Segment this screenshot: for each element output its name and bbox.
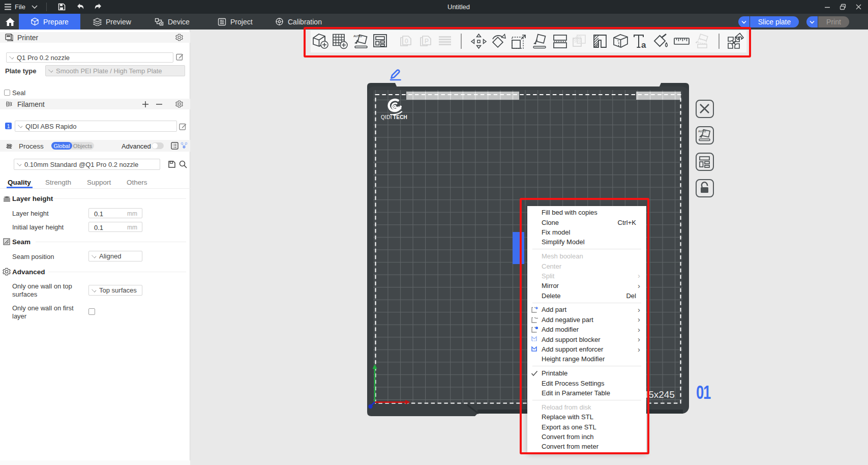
svg-text:AUTO: AUTO xyxy=(698,130,706,133)
svg-text:QIDI: QIDI xyxy=(381,114,392,120)
svg-text:TECH: TECH xyxy=(393,114,407,120)
